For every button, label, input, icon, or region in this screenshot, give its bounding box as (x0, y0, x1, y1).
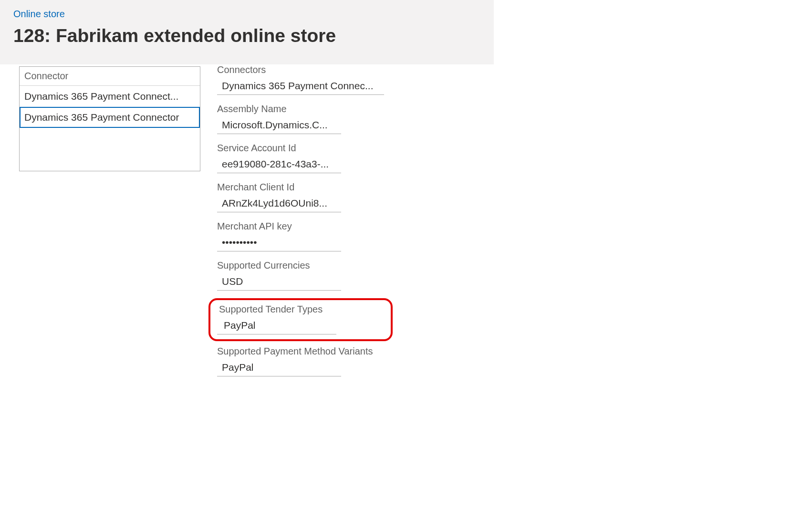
field-value-merchant-api-key[interactable]: •••••••••• (217, 235, 341, 251)
field-value-connectors[interactable]: Dynamics 365 Payment Connec... (217, 78, 384, 95)
field-assembly-name: Assembly Name Microsoft.Dynamics.C... (217, 104, 384, 134)
field-value-merchant-client-id[interactable]: ARnZk4Lyd1d6OUni8... (217, 196, 341, 212)
field-label-connectors: Connectors (217, 64, 384, 75)
field-service-account-id: Service Account Id ee919080-281c-43a3-..… (217, 143, 384, 173)
field-label-merchant-api-key: Merchant API key (217, 221, 384, 232)
breadcrumb-online-store[interactable]: Online store (0, 0, 65, 20)
field-value-assembly-name[interactable]: Microsoft.Dynamics.C... (217, 117, 341, 134)
field-connectors: Connectors Dynamics 365 Payment Connec..… (217, 64, 384, 95)
connector-list-header: Connector (20, 67, 200, 86)
details-column: Connectors Dynamics 365 Payment Connec..… (217, 64, 384, 385)
field-merchant-api-key: Merchant API key •••••••••• (217, 221, 384, 251)
highlight-supported-tender-types: Supported Tender Types PayPal (208, 298, 393, 341)
field-label-supported-tender-types: Supported Tender Types (217, 304, 384, 315)
connector-list-item[interactable]: Dynamics 365 Payment Connector (20, 107, 200, 128)
field-value-supported-tender-types[interactable]: PayPal (217, 318, 336, 334)
content-row: Connector Dynamics 365 Payment Connect..… (0, 64, 791, 385)
field-label-assembly-name: Assembly Name (217, 104, 384, 115)
field-value-supported-payment-method-variants[interactable]: PayPal (217, 360, 341, 376)
page-header-region: Online store 128: Fabrikam extended onli… (0, 0, 494, 64)
field-supported-currencies: Supported Currencies USD (217, 260, 384, 291)
page-title: 128: Fabrikam extended online store (0, 20, 494, 56)
field-label-service-account-id: Service Account Id (217, 143, 384, 154)
field-supported-tender-types: Supported Tender Types PayPal (217, 304, 384, 334)
field-label-supported-currencies: Supported Currencies (217, 260, 384, 271)
field-value-service-account-id[interactable]: ee919080-281c-43a3-... (217, 156, 341, 173)
field-value-supported-currencies[interactable]: USD (217, 274, 341, 291)
connector-list-item[interactable]: Dynamics 365 Payment Connect... (20, 86, 200, 107)
field-merchant-client-id: Merchant Client Id ARnZk4Lyd1d6OUni8... (217, 182, 384, 212)
field-label-merchant-client-id: Merchant Client Id (217, 182, 384, 193)
connector-list: Connector Dynamics 365 Payment Connect..… (19, 66, 200, 171)
field-supported-payment-method-variants: Supported Payment Method Variants PayPal (217, 346, 384, 376)
field-label-supported-payment-method-variants: Supported Payment Method Variants (217, 346, 384, 357)
connector-list-empty-area (20, 128, 200, 171)
